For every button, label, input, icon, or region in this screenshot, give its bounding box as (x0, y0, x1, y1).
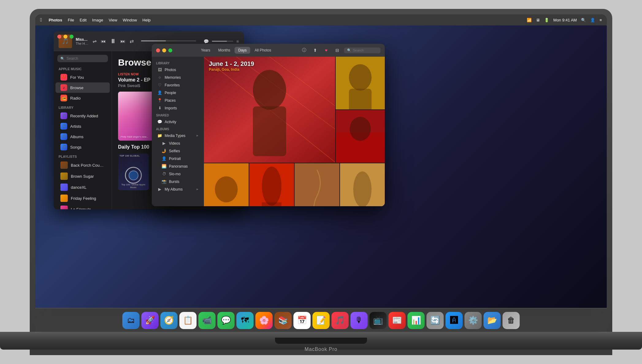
search-input[interactable] (67, 56, 105, 61)
photo-bottom-2[interactable] (249, 163, 294, 206)
previous-button[interactable]: ⏮ (101, 39, 106, 44)
portrait-icon: 👤 (162, 156, 166, 161)
menu-image[interactable]: Image (92, 18, 103, 22)
search-menubar-icon[interactable]: 🔍 (581, 18, 586, 22)
photos-item-portrait[interactable]: 👤 Portrait (153, 155, 203, 162)
dock-photos[interactable]: 🌸 (255, 312, 273, 329)
photos-item-imports[interactable]: ⬇ Imports (153, 104, 203, 112)
dock-downloads[interactable]: 📂 (483, 312, 501, 329)
sidebar-item-for-you[interactable]: ❤️ For You (55, 72, 110, 82)
photos-item-slomo[interactable]: ⏱ Slo-mo (153, 170, 203, 178)
menu-help[interactable]: Help (143, 18, 151, 22)
photos-item-activity[interactable]: 💬 Activity (153, 118, 203, 126)
dock-maps[interactable]: 🗺 (236, 312, 254, 329)
photo-man-yellow[interactable] (336, 57, 385, 109)
favorite-button[interactable]: ♥ (322, 46, 331, 55)
photos-item-panoramas[interactable]: 🌅 Panoramas (153, 162, 203, 170)
activity-icon: 💬 (157, 119, 162, 124)
volume-slider[interactable] (212, 41, 233, 42)
dock-tv[interactable]: 📺 (369, 312, 387, 329)
dock-notes[interactable]: 📝 (312, 312, 330, 329)
shuffle-button[interactable]: ⇌ (93, 38, 97, 44)
info-button[interactable]: ⓘ (300, 46, 308, 55)
sidebar-item-dancexl[interactable]: danceXL (55, 182, 110, 193)
imports-label: Imports (165, 106, 177, 110)
dock-launchpad[interactable]: 🚀 (141, 312, 159, 329)
photos-minimize-button[interactable] (162, 48, 166, 52)
dock-messages[interactable]: 💬 (217, 312, 235, 329)
my-albums-icon: ▶ (157, 187, 162, 191)
daily-card-global[interactable]: TOP 100 GLOBAL Top 100: Global Apple Mus… (118, 154, 149, 190)
progress-bar[interactable] (141, 40, 196, 41)
app-name[interactable]: Photos (49, 18, 62, 22)
sidebar-item-albums[interactable]: 🎵 Albums (55, 131, 110, 142)
photo-main[interactable] (204, 57, 335, 163)
slideshow-button[interactable]: ⊟ (333, 46, 342, 55)
dock-reminders[interactable]: 📋 (179, 312, 197, 329)
lyrics-icon[interactable]: 💬 (204, 39, 209, 44)
photos-item-my-albums[interactable]: ▶ My Albums (153, 185, 203, 193)
photos-item-photos[interactable]: 🖼 Photos (153, 66, 203, 74)
dock-appstore[interactable]: 🅰 (445, 312, 463, 329)
next-button[interactable]: ⏭ (120, 39, 125, 44)
photo-bottom-4[interactable] (340, 163, 385, 206)
sidebar-item-songs[interactable]: 🎵 Songs (55, 142, 110, 152)
sidebar-item-radio[interactable]: 📻 Radio (55, 93, 110, 103)
photos-search-box[interactable]: 🔍 (344, 47, 380, 53)
sidebar-item-recently-added[interactable]: 🎵 Recently Added (55, 111, 110, 121)
photos-close-button[interactable] (156, 48, 160, 52)
photos-item-videos[interactable]: ▶ Videos (153, 139, 203, 147)
sidebar-item-brown-sugar[interactable]: Brown Sugar (55, 171, 110, 182)
music-close-button[interactable] (57, 35, 61, 39)
play-pause-button[interactable]: ⏸ (110, 38, 116, 45)
repeat-button[interactable]: ⇄ (130, 38, 134, 44)
share-button[interactable]: ⬆ (311, 46, 319, 55)
control-center-icon[interactable]: ≡ (599, 18, 602, 22)
dock-migrate[interactable]: 🔄 (426, 312, 444, 329)
photo-bottom-3[interactable] (295, 163, 339, 206)
user-icon[interactable]: 👤 (590, 18, 595, 22)
dock-finder[interactable]: 🗂 (122, 312, 139, 329)
photos-maximize-button[interactable] (168, 48, 172, 52)
dock-music[interactable]: 🎵 (331, 312, 349, 329)
dock-safari[interactable]: 🧭 (160, 312, 178, 329)
dock-numbers[interactable]: 📊 (407, 312, 425, 329)
dock-podcasts[interactable]: 🎙 (350, 312, 368, 329)
menu-file[interactable]: File (68, 18, 74, 22)
photos-item-bursts[interactable]: 📸 Bursts (153, 178, 203, 185)
tab-days[interactable]: Days (235, 47, 250, 54)
apple-menu[interactable]:  (40, 17, 42, 23)
photo-woman-sari[interactable] (336, 110, 385, 163)
tab-all-photos[interactable]: All Photos (251, 47, 275, 54)
photos-item-media-types[interactable]: 📁 Media Types (153, 132, 203, 139)
photos-item-memories[interactable]: ○ Memories (153, 74, 203, 81)
dock-books[interactable]: 📚 (274, 312, 292, 329)
dock-calendar[interactable]: 📅 (293, 312, 311, 329)
dock-news[interactable]: 📰 (388, 312, 406, 329)
svg-rect-17 (295, 163, 339, 206)
music-minimize-button[interactable] (63, 35, 67, 39)
photos-item-selfies[interactable]: 🤳 Selfies (153, 147, 203, 155)
svg-rect-16 (262, 203, 281, 206)
photos-item-people[interactable]: 👤 People (153, 89, 203, 97)
sidebar-search-box[interactable]: 🔍 (57, 55, 108, 62)
dock-trash[interactable]: 🗑 (503, 312, 520, 329)
menu-edit[interactable]: Edit (80, 18, 86, 22)
sidebar-item-artists[interactable]: 🎵 Artists (55, 121, 110, 131)
menu-window[interactable]: Window (123, 18, 137, 22)
music-maximize-button[interactable] (70, 35, 74, 39)
dock-facetime[interactable]: 📹 (198, 312, 216, 329)
photos-item-favorites[interactable]: ♡ Favorites (153, 81, 203, 89)
tab-years[interactable]: Years (197, 47, 214, 54)
sidebar-item-friday-feeling[interactable]: Friday Feeling (55, 193, 110, 204)
sidebar-item-back-porch[interactable]: Back Porch Country (55, 160, 110, 171)
sidebar-item-browse[interactable]: ♪ Browse (55, 82, 110, 93)
menu-view[interactable]: View (109, 18, 117, 22)
photos-item-places[interactable]: 📍 Places (153, 97, 203, 104)
queue-icon[interactable]: ≡ (236, 39, 239, 44)
sidebar-item-la-formula[interactable]: La Fórmula (55, 204, 110, 209)
dock-preferences[interactable]: ⚙️ (464, 312, 482, 329)
tab-months[interactable]: Months (215, 47, 234, 54)
photos-search-input[interactable] (353, 48, 377, 52)
photo-bottom-1[interactable] (204, 163, 249, 206)
